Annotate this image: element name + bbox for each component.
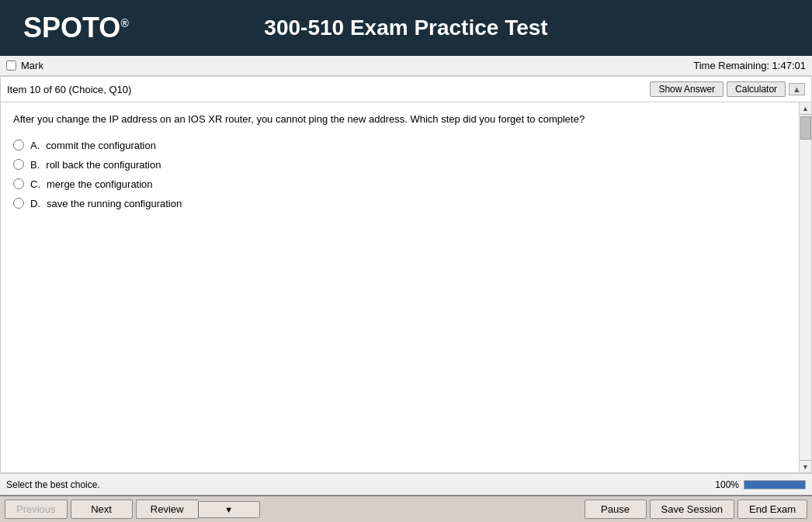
answer-option-d: D. save the running configuration xyxy=(13,198,786,209)
option-text-a: commit the configuration xyxy=(46,140,156,151)
calculator-button[interactable]: Calculator xyxy=(727,81,786,97)
logo-sup: ® xyxy=(120,17,128,29)
progress-area: 100% xyxy=(715,479,806,490)
radio-option-a[interactable] xyxy=(13,140,24,150)
answer-option-b: B. roll back the configuration xyxy=(13,159,786,171)
progress-fill xyxy=(744,481,805,489)
left-nav-buttons: Previous Next Review ▼ xyxy=(5,500,260,519)
option-letter-a: A. xyxy=(30,140,40,151)
option-text-b: roll back the configuration xyxy=(46,159,161,171)
logo-text: SPOTO xyxy=(23,12,120,43)
right-scrollbar: ▲ ▼ xyxy=(799,102,811,472)
scroll-thumb[interactable] xyxy=(800,116,811,140)
review-button-wrapper: Review ▼ xyxy=(136,500,260,519)
option-letter-c: C. xyxy=(30,178,40,190)
pause-button[interactable]: Pause xyxy=(585,500,647,519)
progress-track xyxy=(744,480,806,489)
question-content: After you change the IP address on an IO… xyxy=(1,102,799,472)
item-label: Item 10 of 60 (Choice, Q10) xyxy=(7,84,131,95)
mark-checkbox[interactable] xyxy=(6,60,16,71)
right-nav-buttons: Pause Save Session End Exam xyxy=(585,500,807,519)
end-exam-button[interactable]: End Exam xyxy=(737,500,807,519)
question-text: After you change the IP address on an IO… xyxy=(13,112,786,127)
bottom-bar: Previous Next Review ▼ Pause Save Sessio… xyxy=(0,495,812,522)
progress-percentage: 100% xyxy=(715,479,739,490)
mark-label[interactable]: Mark xyxy=(21,60,43,71)
show-answer-button[interactable]: Show Answer xyxy=(650,81,724,97)
scroll-up-arrow[interactable]: ▲ xyxy=(800,102,811,115)
option-text-c: merge the configuration xyxy=(47,178,153,190)
radio-option-b[interactable] xyxy=(13,159,24,170)
time-remaining: Time Remaining: 1:47:01 xyxy=(693,60,806,71)
answer-option-c: C. merge the configuration xyxy=(13,178,786,190)
status-text: Select the best choice. xyxy=(6,479,100,490)
question-header: Item 10 of 60 (Choice, Q10) Show Answer … xyxy=(1,77,811,102)
review-button[interactable]: Review xyxy=(136,500,198,519)
question-area: Item 10 of 60 (Choice, Q10) Show Answer … xyxy=(0,76,812,473)
next-button[interactable]: Next xyxy=(71,500,133,519)
radio-option-d[interactable] xyxy=(13,198,24,209)
radio-option-c[interactable] xyxy=(13,178,24,189)
previous-button[interactable]: Previous xyxy=(5,500,68,519)
scroll-arrow-up: ▲ xyxy=(789,83,805,95)
app-logo: SPOTO® xyxy=(23,12,129,44)
option-letter-b: B. xyxy=(30,159,40,171)
scroll-down-arrow[interactable]: ▼ xyxy=(800,460,811,472)
option-text-d: save the running configuration xyxy=(47,198,182,209)
answer-option-a: A. commit the configuration xyxy=(13,140,786,151)
mark-bar: Mark Time Remaining: 1:47:01 xyxy=(0,56,812,76)
review-dropdown-button[interactable]: ▼ xyxy=(198,501,260,518)
page-title: 300-510 Exam Practice Test xyxy=(264,16,547,40)
option-letter-d: D. xyxy=(30,198,40,209)
save-session-button[interactable]: Save Session xyxy=(650,500,735,519)
scroll-track xyxy=(800,115,811,460)
status-bar: Select the best choice. 100% xyxy=(0,473,812,495)
